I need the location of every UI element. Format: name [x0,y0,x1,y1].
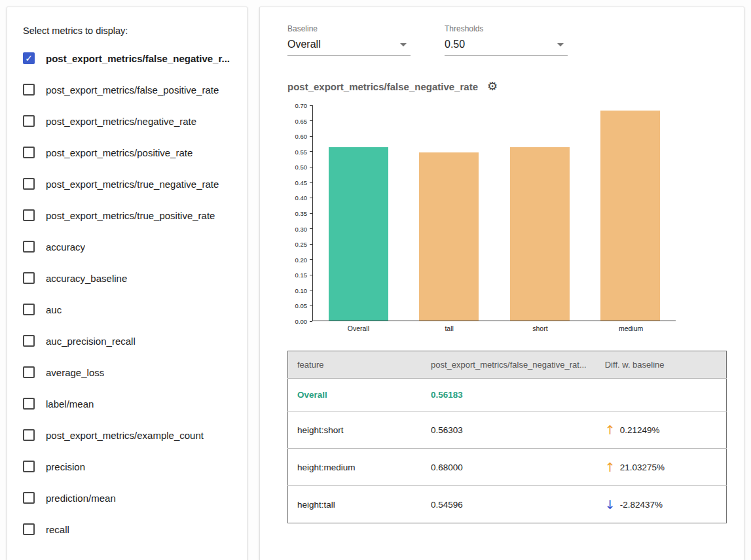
metric-list: ✓post_export_metrics/false_negative_r...… [23,43,231,545]
checkbox-unchecked-icon[interactable] [23,147,35,158]
y-tick-label: 0.05 [295,302,308,309]
down-arrow-icon: ↓ [605,497,615,512]
checkbox-unchecked-icon[interactable] [23,398,35,410]
checkbox-unchecked-icon[interactable] [23,209,35,221]
metric-checkbox-item[interactable]: post_export_metrics/positive_rate [23,137,231,168]
cell-feature: height:medium [288,449,422,486]
y-tick-label: 0.60 [295,133,308,140]
chevron-down-icon [557,43,564,46]
x-axis-labels: Overalltallshortmedium [313,324,676,332]
metric-label: accuracy [46,241,85,253]
cell-feature: Overall [288,379,422,411]
metric-checkbox-item[interactable]: post_export_metrics/example_count [23,419,231,451]
metric-checkbox-item[interactable]: average_loss [23,357,231,388]
metric-label: auc_precision_recall [46,336,136,347]
checkbox-unchecked-icon[interactable] [23,178,35,190]
up-arrow-icon: ↑ [605,423,615,437]
y-tick-label: 0.40 [295,194,308,201]
thresholds-select-value: 0.50 [445,39,465,50]
checkbox-unchecked-icon[interactable] [23,461,35,472]
metric-label: auc [46,304,62,315]
bar-short[interactable] [510,147,570,321]
y-tick-label: 0.25 [295,241,308,248]
x-tick-label: tall [404,324,495,332]
chart-title: post_export_metrics/false_negative_rate [287,81,478,92]
cell-metric-value: 0.68000 [422,449,596,486]
bar-overall[interactable] [329,147,388,321]
metric-label: post_export_metrics/positive_rate [46,147,192,158]
metric-checkbox-item[interactable]: accuracy_baseline [23,262,231,294]
metric-label: post_export_metrics/true_negative_rate [46,179,219,190]
y-tick-label: 0.45 [295,179,308,186]
chart-header: post_export_metrics/false_negative_rate … [287,80,727,92]
table-row[interactable]: Overall0.56183 [288,379,727,411]
metric-checkbox-item[interactable]: post_export_metrics/false_positive_rate [23,74,231,105]
y-tick-label: 0.20 [295,256,308,263]
metric-checkbox-item[interactable]: post_export_metrics/true_negative_rate [23,168,231,200]
baseline-select-value-row[interactable]: Overall [287,37,411,56]
y-tick-label: 0.55 [295,148,308,155]
diff-percentage: 0.21249% [620,425,660,435]
cell-diff [596,379,727,411]
metric-checkbox-item[interactable]: recall [23,514,231,545]
thresholds-select-value-row[interactable]: 0.50 [445,37,568,56]
cell-metric-value: 0.56303 [422,411,596,449]
thresholds-select[interactable]: Thresholds 0.50 [445,24,568,56]
metric-checkbox-item[interactable]: accuracy [23,231,231,262]
y-tick-label: 0.15 [295,271,308,279]
checkbox-unchecked-icon[interactable] [23,241,35,253]
checkbox-unchecked-icon[interactable] [23,429,35,441]
x-tick-label: short [495,324,586,332]
table-header-row: feature post_export_metrics/false_negati… [288,351,727,379]
checkbox-checked-icon[interactable]: ✓ [23,52,35,64]
checkbox-unchecked-icon[interactable] [23,115,35,127]
bar-slot [494,105,585,321]
metric-checkbox-item[interactable]: post_export_metrics/true_positive_rate [23,200,231,231]
metric-checkbox-item[interactable]: precision [23,451,231,482]
metric-label: post_export_metrics/example_count [46,430,204,441]
cell-metric-value: 0.54596 [422,486,596,523]
cell-metric-value: 0.56183 [422,379,596,411]
y-tick-label: 0.10 [295,287,308,294]
checkbox-unchecked-icon[interactable] [23,335,35,347]
checkbox-unchecked-icon[interactable] [23,84,35,96]
cell-diff: ↑0.21249% [596,411,727,449]
table-row[interactable]: height:medium0.68000↑21.03275% [288,449,727,486]
metric-checkbox-item[interactable]: prediction/mean [23,482,231,514]
metric-label: precision [46,461,85,472]
table-row[interactable]: height:tall0.54596↓-2.82437% [288,486,727,523]
metric-checkbox-item[interactable]: post_export_metrics/negative_rate [23,105,231,137]
baseline-select-label: Baseline [287,24,411,33]
bar-tall[interactable] [419,152,479,321]
checkbox-unchecked-icon[interactable] [23,523,35,535]
metric-label: accuracy_baseline [46,273,127,284]
table-header-diff: Diff. w. baseline [596,351,727,379]
metric-label: post_export_metrics/false_positive_rate [46,84,219,96]
diff-percentage: -2.82437% [620,500,663,510]
cell-feature: height:tall [288,486,422,523]
checkbox-unchecked-icon[interactable] [23,272,35,284]
baseline-select[interactable]: Baseline Overall [287,24,411,56]
table-header-metric: post_export_metrics/false_negative_rat..… [422,351,596,379]
metric-checkbox-item[interactable]: auc [23,294,231,325]
metric-checkbox-item[interactable]: ✓post_export_metrics/false_negative_r... [23,43,231,74]
checkbox-unchecked-icon[interactable] [23,492,35,504]
page: Select metrics to display: ✓post_export_… [0,0,751,560]
checkbox-unchecked-icon[interactable] [23,366,35,378]
table-row[interactable]: height:short0.56303↑0.21249% [288,411,727,449]
checkbox-unchecked-icon[interactable] [23,304,35,315]
metric-label: average_loss [46,367,104,378]
y-tick-label: 0.50 [295,164,308,171]
y-axis: 0.000.050.100.150.200.250.300.350.400.45… [287,105,312,321]
metrics-select-panel: Select metrics to display: ✓post_export_… [7,7,247,560]
controls-bar: Baseline Overall Thresholds 0.50 [287,24,727,56]
bar-chart: 0.000.050.100.150.200.250.300.350.400.45… [287,105,727,321]
plot-area [312,105,676,321]
bar-slot [313,105,404,321]
bar-medium[interactable] [600,111,660,321]
metric-checkbox-item[interactable]: auc_precision_recall [23,325,231,357]
settings-gear-icon[interactable]: ⚙ [487,80,498,92]
metric-label: post_export_metrics/true_positive_rate [46,210,215,221]
metric-checkbox-item[interactable]: label/mean [23,388,231,419]
diff-percentage: 21.03275% [620,463,665,472]
